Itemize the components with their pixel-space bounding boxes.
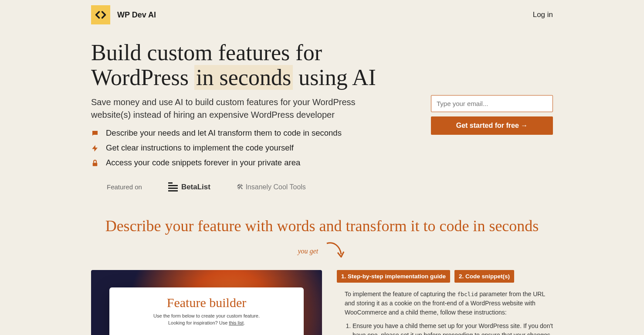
feature-item: Describe your needs and let AI transform… — [91, 128, 414, 138]
lock-icon — [91, 159, 100, 167]
header: WP Dev AI Log in — [91, 0, 553, 24]
logo[interactable]: WP Dev AI — [91, 5, 156, 24]
hero-title: Build custom features for WordPress in s… — [91, 40, 414, 90]
code-fbclid: fbclid — [457, 291, 478, 297]
implementation-guide: To implement the feature of capturing th… — [337, 290, 553, 335]
you-get-arrow: you get — [91, 241, 553, 260]
brand-name: WP Dev AI — [117, 10, 156, 20]
curved-arrow-icon — [325, 241, 346, 260]
section-title: Describe your feature with words and tra… — [91, 217, 553, 235]
featured-on: Featured on BetaList 🛠 Insanely Cool Too… — [91, 182, 414, 191]
hero-subtitle: Save money and use AI to build custom fe… — [91, 96, 396, 121]
inspiration-link[interactable]: this list — [229, 320, 244, 325]
guide-step-1: Ensure you have a child theme set up for… — [353, 321, 553, 335]
get-started-button[interactable]: Get started for free → — [431, 116, 553, 135]
feature-builder-title: Feature builder — [122, 295, 291, 310]
pill-snippets: 2. Code snippet(s) — [454, 270, 514, 283]
feature-builder-card: Feature builder Use the form below to cr… — [109, 287, 304, 335]
feature-item: Access your code snippets forever in you… — [91, 158, 414, 168]
pill-guide: 1. Step-by-step implementation guide — [337, 270, 450, 283]
featured-betalist[interactable]: BetaList — [168, 182, 210, 191]
login-link[interactable]: Log in — [533, 10, 553, 19]
chat-icon — [91, 130, 100, 137]
email-input[interactable] — [431, 95, 553, 112]
feature-list: Describe your needs and let AI transform… — [91, 128, 414, 168]
code-brackets-icon — [91, 5, 110, 24]
svg-rect-0 — [93, 163, 98, 167]
betalist-icon — [168, 182, 178, 191]
output-pills: 1. Step-by-step implementation guide 2. … — [337, 270, 553, 283]
demo-screenshot: Feature builder Use the form below to cr… — [91, 270, 322, 335]
featured-insanely-cool-tools[interactable]: 🛠 Insanely Cool Tools — [237, 183, 306, 191]
feature-builder-subtitle: Use the form below to create your custom… — [122, 313, 291, 326]
featured-label: Featured on — [107, 183, 142, 191]
feature-item: Get clear instructions to implement the … — [91, 143, 414, 153]
bolt-icon — [91, 144, 100, 152]
